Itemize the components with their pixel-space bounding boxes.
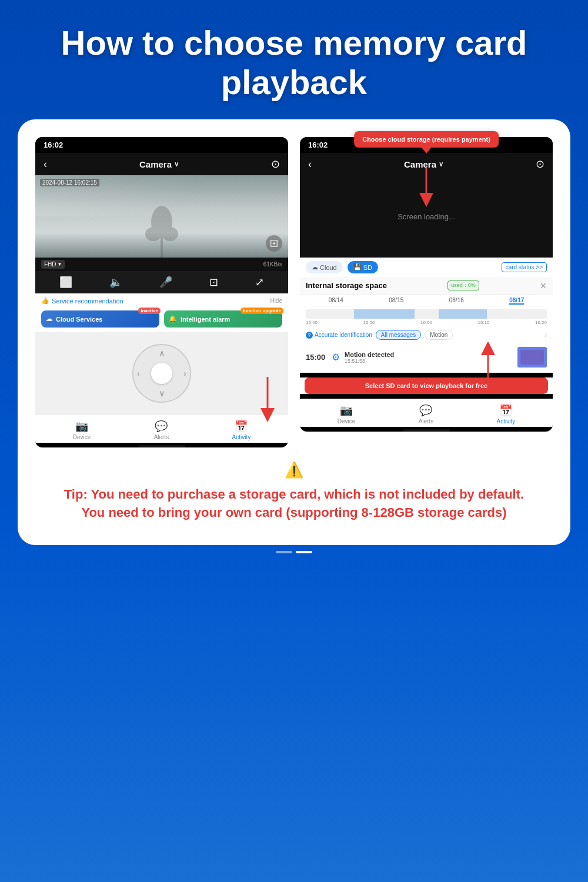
left-status-bar: 16:02: [35, 137, 288, 153]
cloud-tab[interactable]: ☁ Cloud: [306, 261, 343, 273]
right-device-icon: 📷: [340, 404, 353, 417]
card-status-button[interactable]: card status >>: [502, 262, 547, 272]
speaker-icon[interactable]: 🔈: [109, 276, 122, 289]
right-back-icon[interactable]: ‹: [308, 158, 312, 171]
camera-controls: FHD ▼ 61KB/s: [35, 258, 288, 271]
right-nav-bar: ‹ Camera ∨ ⊙: [300, 153, 553, 175]
dpad-left-icon[interactable]: ‹: [137, 369, 140, 378]
quality-badge[interactable]: FHD ▼: [41, 260, 65, 269]
right-activity-icon: 📅: [499, 404, 512, 417]
right-nav-alerts[interactable]: 💬 Alerts: [419, 404, 434, 425]
inactive-badge: Inactive: [138, 308, 161, 314]
storage-tabs: ☁ Cloud 💾 SD card status >>: [300, 258, 553, 277]
event-thumbnail[interactable]: [517, 347, 547, 368]
cloud-callout-bubble: Choose cloud storage (requires payment): [354, 131, 499, 148]
date-0817[interactable]: 08/17: [509, 297, 524, 305]
screenshots-row: 16:02 ‹ Camera ∨ ⊙ 2024-08-12 16:02:15: [35, 137, 553, 447]
control-pad-area: ∧ ∨ ‹ ›: [35, 332, 288, 415]
all-messages-chip[interactable]: All messages: [376, 330, 421, 340]
right-nav-activity[interactable]: 📅 Activity: [497, 404, 516, 425]
home-indicator: [138, 445, 185, 447]
screen-loading: Screen loading...: [300, 175, 553, 258]
dpad-up-icon[interactable]: ∧: [159, 349, 165, 358]
event-info: Motion detected 15:51:58: [345, 351, 513, 364]
cloud-tab-icon: ☁: [312, 263, 318, 271]
alarm-service-card[interactable]: 🔔 Intelligent alarm function upgrade: [164, 310, 282, 328]
timeline-scrubber[interactable]: 15:40 15:50 16:00 16:10 16:20: [300, 307, 553, 328]
sd-callout-bubble: Select SD card to view playback for free: [305, 377, 548, 394]
event-time: 15:00: [306, 353, 327, 362]
sd-callout-area: Select SD card to view playback for free: [300, 377, 553, 394]
left-bottom-nav: 📷 Device 💬 Alerts 📅 Activity: [35, 415, 288, 443]
dpad-ring: ∧ ∨ ‹ ›: [132, 344, 191, 403]
scrubber-track: [306, 309, 547, 319]
speed-badge: 61KB/s: [263, 261, 282, 268]
left-nav-bar: ‹ Camera ∨ ⊙: [35, 153, 288, 175]
filter-info: ? Accurate identification: [306, 332, 372, 339]
fullscreen-icon[interactable]: ⤢: [255, 276, 264, 289]
chevron-down-icon: ∨: [174, 161, 179, 168]
info-icon: ?: [306, 332, 313, 339]
chevron-down-icon-right: ∨: [439, 161, 443, 168]
record-icon[interactable]: ⬜: [59, 276, 72, 289]
svg-point-3: [162, 227, 178, 241]
camera-feed: 2024-08-12 16:02:15: [35, 175, 288, 258]
left-phone-bottom: 📷 Device 💬 Alerts 📅 Activity: [35, 415, 288, 447]
right-nav-device[interactable]: 📷 Device: [338, 404, 356, 425]
right-nav-title: Camera ∨: [404, 159, 443, 169]
dpad-down-icon[interactable]: ∨: [159, 389, 165, 398]
page-indicator: [0, 545, 588, 557]
sd-tab[interactable]: 💾 SD: [348, 261, 378, 273]
event-item[interactable]: 15:00 ⚙ Motion detected 15:51:58: [300, 342, 553, 373]
tip-section: ⚠️ Tip: You need to purchase a storage c…: [35, 447, 553, 533]
mic-icon[interactable]: 🎤: [159, 276, 172, 289]
cloud-icon: ☁: [46, 315, 52, 323]
storage-info: Internal storage space used：0% ✕: [300, 277, 553, 295]
right-phone-wrapper: Choose cloud storage (requires payment) …: [300, 137, 553, 447]
right-settings-icon[interactable]: ⊙: [536, 158, 544, 171]
timeline-dates: 08/14 08/15 08/16 08/17: [300, 295, 553, 307]
dpad-right-icon[interactable]: ›: [183, 369, 186, 378]
page-dot-1[interactable]: [276, 551, 292, 553]
chevron-right-icon: ›: [544, 331, 547, 339]
svg-point-2: [145, 227, 162, 241]
scrubber-ticks: 15:40 15:50 16:00 16:10 16:20: [306, 319, 547, 326]
filters-row: ? Accurate identification All messages M…: [300, 328, 553, 342]
back-icon[interactable]: ‹: [44, 158, 47, 171]
cloud-service-card[interactable]: ☁ Cloud Services Inactive: [41, 310, 159, 328]
nav-device[interactable]: 📷 Device: [73, 420, 91, 440]
left-phone-screen: 16:02 ‹ Camera ∨ ⊙ 2024-08-12 16:02:15: [35, 137, 288, 447]
upgrade-badge: function upgrade: [240, 308, 283, 314]
date-0816[interactable]: 08/16: [449, 297, 464, 305]
hide-button[interactable]: Hide: [270, 298, 282, 304]
chevron-down-icon: ▼: [58, 262, 62, 267]
watermark-icon: [266, 235, 282, 252]
storage-title: Internal storage space: [306, 281, 387, 290]
settings-icon[interactable]: ⊙: [271, 158, 280, 171]
activity-icon: 📅: [235, 420, 248, 433]
crop-icon[interactable]: ⊡: [209, 276, 218, 289]
motion-event-icon: ⚙: [332, 352, 340, 363]
header: How to choose memory card playback: [0, 0, 588, 119]
dpad[interactable]: ∧ ∨ ‹ ›: [132, 344, 191, 403]
event-title: Motion detected: [345, 351, 513, 358]
scrubber-segment-2: [439, 309, 487, 319]
page-title: How to choose memory card playback: [35, 24, 553, 102]
right-home-indicator: [403, 429, 450, 432]
right-alerts-icon: 💬: [419, 404, 432, 417]
date-0815[interactable]: 08/15: [389, 297, 403, 305]
close-button[interactable]: ✕: [540, 281, 547, 290]
event-subtitle: 15:51:58: [345, 358, 513, 364]
used-badge: used：0%: [447, 280, 479, 290]
nav-alerts[interactable]: 💬 Alerts: [154, 420, 169, 440]
dpad-center-button[interactable]: [151, 363, 172, 384]
motion-chip[interactable]: Motion: [425, 330, 453, 340]
service-rec-label: 👍 Service recommendation: [41, 297, 123, 305]
sd-tab-icon: 💾: [353, 263, 362, 271]
right-bottom-nav: 📷 Device 💬 Alerts 📅 Activity: [300, 399, 553, 427]
page-dot-2[interactable]: [296, 551, 312, 553]
alarm-icon: 🔔: [169, 315, 177, 323]
nav-activity[interactable]: 📅 Activity: [232, 420, 251, 440]
date-0814[interactable]: 08/14: [329, 297, 343, 305]
svg-rect-5: [520, 350, 544, 365]
